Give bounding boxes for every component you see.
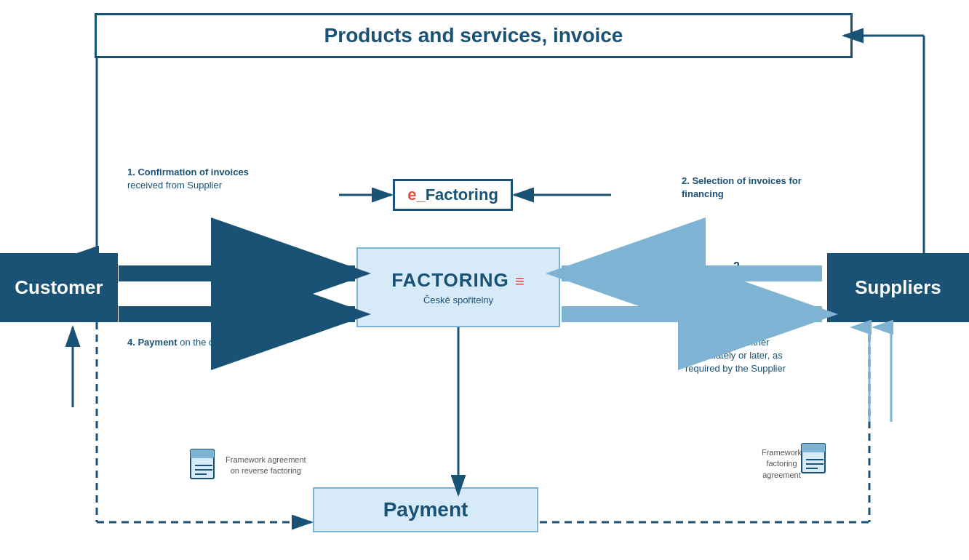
arrow-num-3: 3: [733, 303, 740, 316]
label-framework-left: Framework agreementon reverse factoring: [226, 455, 306, 477]
diagram: Products and services, invoice Customer …: [0, 0, 969, 560]
label-payment: 3. Payment – either immediately or later…: [685, 336, 816, 376]
customer-box: Customer: [0, 253, 118, 322]
suppliers-label: Suppliers: [855, 276, 941, 299]
factoring-logo: FACTORING ≡: [391, 269, 525, 292]
efactoring-box: e_Factoring: [393, 179, 513, 211]
top-banner: Products and services, invoice: [95, 13, 853, 58]
arrow-num-2: 2: [733, 260, 740, 273]
top-banner-text: Products and services, invoice: [324, 24, 623, 47]
label-selection: 2. Selection of invoices for financing: [682, 175, 802, 201]
factoring-sub: České spořitelny: [423, 295, 493, 305]
doc-icon-right: [799, 442, 831, 480]
label-confirmation: 1. Confirmation of invoices received fro…: [127, 166, 255, 192]
efactoring-factoring: Factoring: [426, 185, 498, 204]
payment-box: Payment: [313, 487, 538, 532]
factoring-s-logo: ≡: [515, 272, 525, 290]
label-framework-right: Frameworkfactoringagreement: [762, 447, 802, 481]
efactoring-text: e_Factoring: [407, 185, 498, 204]
label-payment-due: 4. Payment on the due date: [127, 336, 280, 349]
suppliers-box: Suppliers: [827, 253, 969, 322]
factoring-name: FACTORING: [391, 269, 509, 291]
doc-icon-left: [188, 448, 220, 486]
customer-label: Customer: [15, 276, 103, 299]
svg-rect-6: [802, 444, 825, 452]
factoring-box: FACTORING ≡ České spořitelny: [356, 247, 560, 327]
payment-label: Payment: [383, 498, 468, 521]
arrow-num-1: 1: [233, 260, 239, 273]
arrow-num-4: 4: [233, 303, 239, 316]
svg-rect-1: [191, 449, 214, 458]
efactoring-e: e_: [407, 185, 425, 204]
